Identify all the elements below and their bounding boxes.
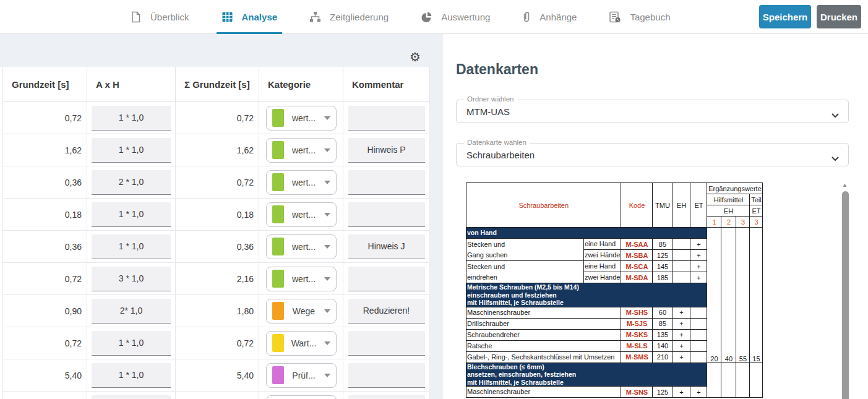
scrollbar-thumb[interactable]	[842, 191, 849, 399]
kommentar-input[interactable]	[348, 363, 425, 388]
kommentar-input[interactable]: Hinweis J	[348, 234, 425, 259]
axh-input[interactable]: 1 * 1,0	[92, 234, 171, 259]
datacard-description: Schraubendreher	[466, 329, 621, 340]
kategorie-color-swatch	[272, 238, 284, 255]
datacard-eh: +	[672, 340, 690, 351]
kategorie-label: Prüf...	[284, 371, 324, 380]
chevron-down-icon	[324, 245, 330, 249]
grundzeit-value: 0,90	[3, 295, 87, 327]
chevron-down-icon	[324, 148, 330, 152]
kategorie-label: wert...	[284, 242, 324, 252]
tab-strip: Überblick Analyse Zeitgliederung Auswert…	[130, 0, 670, 34]
kategorie-color-swatch	[272, 302, 284, 320]
axh-cell: 2 * 1,0	[87, 166, 176, 198]
axh-input[interactable]: 1 * 1,0	[92, 363, 171, 388]
axh-input[interactable]	[92, 395, 171, 399]
kommentar-cell	[343, 166, 430, 198]
print-button[interactable]: Drucken	[817, 5, 861, 28]
tab-auswertung[interactable]: Auswertung	[421, 0, 490, 34]
header-erg-number: 3	[750, 217, 763, 228]
kategorie-select[interactable]: wert...	[266, 106, 337, 131]
axh-input[interactable]: 3 * 1,0	[92, 267, 171, 291]
panel-splitter	[429, 34, 443, 399]
datacard-section-header: Blechschrauben (≤ 6mm)ansetzen, einschra…	[466, 363, 707, 387]
kategorie-label: wert...	[284, 274, 324, 284]
datacard-description: Ratsche	[466, 340, 621, 351]
datacard-tmu: 140	[653, 340, 672, 351]
datacard-tmu: 210	[653, 351, 672, 363]
kommentar-input[interactable]: Reduzieren!	[348, 299, 425, 324]
axh-input[interactable]: 1 * 1,0	[92, 106, 171, 131]
column-header-grundzeit: Grundzeit [s]	[3, 67, 87, 101]
datacard-erg-value: 20	[707, 228, 721, 363]
axh-input[interactable]: 1 * 1,0	[92, 331, 171, 356]
tab-zeitgliederung[interactable]: Zeitgliederung	[309, 0, 389, 34]
grundzeit-value: 0,72	[3, 102, 87, 134]
tab-analyse[interactable]: Analyse	[221, 0, 278, 34]
datacard-panel: Datenkarten Ordner wählen MTM-UAS Datenk…	[443, 34, 868, 399]
kategorie-cell: wert...	[259, 263, 343, 294]
axh-input[interactable]: 1 * 1,0	[92, 138, 171, 163]
kommentar-cell	[343, 102, 430, 134]
kommentar-cell	[343, 392, 430, 399]
grundzeit-value: 0,36	[3, 231, 87, 262]
datacard-description: Maschinenschrauber	[466, 307, 621, 318]
datacard-tmu: 85	[653, 318, 672, 329]
axh-input[interactable]: 2* 1,0	[92, 299, 171, 324]
save-button[interactable]: Speichern	[759, 5, 811, 28]
tab-tagebuch[interactable]: Tagebuch	[609, 0, 670, 34]
axh-input[interactable]: 1 * 1,0	[92, 202, 171, 227]
kommentar-cell	[343, 199, 430, 230]
kategorie-select[interactable]: wert...	[266, 170, 337, 195]
grundzeit-value: 1,62	[3, 134, 87, 166]
tab-ueberblick[interactable]: Überblick	[130, 0, 189, 34]
kategorie-select[interactable]: wert...	[266, 267, 337, 291]
kategorie-cell: wert...	[259, 166, 343, 198]
tab-anhaenge[interactable]: Anhänge	[522, 0, 577, 34]
axh-cell: 1 * 1,0	[87, 327, 176, 359]
kategorie-select[interactable]: wert...	[266, 202, 337, 227]
sum-grundzeit-value: 0,72	[176, 166, 259, 198]
header-kode: Kode	[621, 183, 653, 228]
datacard-et	[690, 307, 707, 318]
datacard-table: SchraubarbeitenKodeTMUEHETErgänzungswert…	[466, 182, 763, 398]
datacard-eh	[672, 261, 690, 272]
kategorie-color-swatch	[272, 141, 284, 159]
sum-grundzeit-value: 0,18	[176, 199, 259, 230]
header-teil: Teil	[750, 194, 763, 205]
axh-cell: 1 * 1,0	[87, 134, 176, 166]
kommentar-input[interactable]	[348, 331, 425, 356]
axh-cell: 1 * 1,0	[87, 102, 176, 134]
axh-input[interactable]: 2 * 1,0	[92, 170, 171, 195]
datacard-erg-value: 55	[736, 228, 750, 363]
column-header-axh: A x H	[87, 67, 176, 101]
datacard-select[interactable]: Datenkarte wählen Schraubarbeiten	[456, 143, 849, 166]
kommentar-cell	[343, 263, 430, 294]
datacard-tmu: 185	[653, 272, 672, 283]
folder-select[interactable]: Ordner wählen MTM-UAS	[456, 100, 849, 123]
kommentar-input[interactable]	[348, 202, 425, 227]
datacard-description: Stecken undGang suchen	[466, 239, 584, 261]
kategorie-select[interactable]	[266, 395, 337, 399]
kommentar-input[interactable]	[348, 170, 425, 195]
kategorie-select[interactable]: wert...	[266, 234, 337, 259]
datacard-code: M-SCA	[621, 261, 653, 272]
kommentar-input[interactable]: Hinweis P	[348, 138, 425, 163]
datacard-sub-description: zwei Hände	[584, 250, 621, 261]
datacard-erg-value: 40	[721, 228, 736, 363]
chevron-down-icon	[324, 116, 330, 120]
gear-icon[interactable]: ⚙	[410, 49, 421, 64]
grundzeit-value: 0,72	[3, 263, 87, 294]
datacard-description: Gabel-, Ring-, Sechskantschlüssel mit Um…	[466, 351, 621, 363]
sum-grundzeit-value: 5,40	[176, 359, 259, 391]
kategorie-select[interactable]: Wart...	[266, 331, 337, 356]
kategorie-select[interactable]: Wege	[266, 299, 337, 324]
paperclip-icon	[522, 11, 531, 23]
kommentar-input[interactable]	[348, 267, 425, 291]
kommentar-input[interactable]	[348, 106, 425, 131]
sum-grundzeit-value: 0,72	[176, 102, 259, 134]
kategorie-select[interactable]: Prüf...	[266, 363, 337, 388]
kategorie-select[interactable]: wert...	[266, 138, 337, 163]
scrollbar-up-arrow[interactable]: ▲	[840, 182, 849, 188]
kommentar-input[interactable]	[348, 395, 425, 399]
